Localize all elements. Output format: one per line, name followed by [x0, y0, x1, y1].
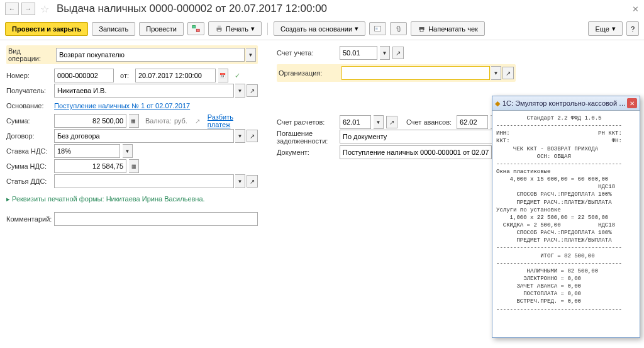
- dropdown-icon[interactable]: ▼: [235, 84, 245, 98]
- vat-sum-field[interactable]: [54, 159, 126, 173]
- sum-label: Сумма:: [6, 117, 52, 125]
- debt-repay-field[interactable]: [340, 130, 504, 143]
- comment-label: Комментарий:: [6, 215, 52, 223]
- nav-back[interactable]: ←: [5, 3, 19, 15]
- number-label: Номер:: [6, 72, 52, 79]
- svg-rect-0: [192, 26, 196, 28]
- check-icon[interactable]: ✓: [235, 72, 240, 80]
- from-label: от:: [120, 72, 129, 79]
- currency-open-icon[interactable]: ↗: [195, 118, 200, 125]
- sum-field[interactable]: [54, 114, 126, 128]
- contract-field[interactable]: [54, 129, 234, 143]
- comment-field[interactable]: [54, 212, 258, 226]
- receipt-icon: [418, 25, 426, 33]
- date-field[interactable]: [135, 69, 216, 82]
- nav-fwd[interactable]: →: [21, 3, 35, 15]
- contract-label: Договор:: [6, 132, 52, 140]
- svg-rect-6: [375, 28, 377, 30]
- debt-repay-label: Погашениезадолженности:: [277, 130, 337, 145]
- receipt-emulator-window: ◆ 1С: Эмулятор контрольно-кассовой техни…: [492, 96, 640, 338]
- svg-rect-8: [420, 29, 423, 31]
- advance-account-field[interactable]: [457, 115, 488, 129]
- op-type-field[interactable]: [56, 48, 245, 62]
- post-button[interactable]: Провести: [139, 22, 184, 36]
- dropdown-icon[interactable]: ▼: [235, 129, 245, 143]
- org-label: Организация:: [279, 69, 339, 77]
- app-icon: ◆: [495, 99, 500, 108]
- calc-account-label: Счет расчетов:: [277, 118, 337, 126]
- print-form-details[interactable]: ▸ Реквизиты печатной формы: Никитаева Ир…: [6, 195, 205, 203]
- vat-rate-label: Ставка НДС:: [6, 147, 52, 155]
- vat-sum-label: Сумма НДС:: [6, 162, 52, 170]
- recipient-label: Получатель:: [6, 87, 52, 94]
- org-field[interactable]: [341, 66, 490, 80]
- favorite-icon[interactable]: ☆: [40, 3, 49, 15]
- clip-icon: [394, 25, 402, 33]
- dropdown-icon[interactable]: ▼: [235, 174, 245, 188]
- print-check-button[interactable]: Напечатать чек: [411, 21, 485, 36]
- calendar-icon[interactable]: 📅: [218, 69, 228, 82]
- dropdown-icon[interactable]: ▼: [380, 46, 390, 60]
- dropdown-icon[interactable]: ▼: [491, 66, 501, 80]
- svg-rect-1: [196, 29, 199, 31]
- card-icon: [374, 25, 382, 33]
- separator: [267, 23, 268, 35]
- basis-link[interactable]: Поступление наличных № 1 от 02.07.2017: [54, 102, 190, 109]
- save-button[interactable]: Записать: [92, 22, 135, 36]
- open-icon[interactable]: ↗: [247, 130, 258, 142]
- calc-icon[interactable]: ▦: [129, 114, 139, 128]
- basis-label: Основание:: [6, 102, 52, 109]
- movement-button[interactable]: [187, 22, 204, 35]
- svg-rect-4: [218, 30, 221, 31]
- dt-kt-icon: [192, 25, 200, 33]
- open-icon[interactable]: ↗: [247, 84, 258, 97]
- dropdown-icon[interactable]: ▼: [246, 48, 256, 62]
- attach-button[interactable]: [390, 22, 407, 35]
- split-payment-link[interactable]: Разбить платеж: [208, 113, 258, 128]
- number-field[interactable]: [54, 69, 114, 82]
- receipt-window-title: 1С: Эмулятор контрольно-кассовой техники…: [502, 99, 627, 107]
- dds-field[interactable]: [54, 174, 234, 188]
- open-icon[interactable]: ↗: [502, 67, 514, 79]
- svg-rect-3: [218, 26, 221, 28]
- dropdown-icon[interactable]: ▼: [123, 144, 133, 158]
- open-icon[interactable]: ↗: [247, 175, 258, 188]
- account-field[interactable]: [340, 46, 377, 60]
- open-icon[interactable]: ↗: [386, 116, 397, 128]
- dropdown-icon[interactable]: ▼: [374, 115, 384, 129]
- dds-label: Статья ДДС:: [6, 177, 52, 185]
- printer-icon: [215, 25, 223, 33]
- page-title: Выдача наличных 0000-000002 от 20.07.201…: [57, 3, 327, 15]
- advance-account-label: Счет авансов:: [406, 118, 452, 126]
- op-type-label: Вид операции:: [8, 47, 53, 62]
- currency-label: Валюта:: [145, 117, 172, 125]
- recipient-field[interactable]: [54, 84, 234, 98]
- create-based-button[interactable]: Создать на основании ▾: [274, 21, 365, 36]
- print-button[interactable]: Печать ▾: [208, 21, 262, 36]
- receipt-close-icon[interactable]: ✕: [627, 98, 637, 108]
- close-icon[interactable]: ✕: [632, 4, 639, 14]
- document-label: Документ:: [277, 149, 337, 156]
- post-and-close-button[interactable]: Провести и закрыть: [5, 22, 88, 36]
- more-button[interactable]: Еще ▾: [588, 21, 622, 36]
- calc-icon[interactable]: ▦: [129, 159, 139, 173]
- currency-value: руб.: [174, 117, 187, 125]
- document-field[interactable]: [340, 145, 492, 159]
- dossier-button[interactable]: [369, 22, 386, 35]
- open-icon[interactable]: ↗: [392, 47, 404, 59]
- account-label: Счет учета:: [277, 49, 337, 57]
- vat-rate-field[interactable]: [54, 144, 120, 158]
- receipt-body: Стандарт 2.2 ФФД 1.0.5 -----------------…: [492, 111, 640, 337]
- help-button[interactable]: ?: [626, 21, 639, 36]
- calc-account-field[interactable]: [340, 115, 371, 129]
